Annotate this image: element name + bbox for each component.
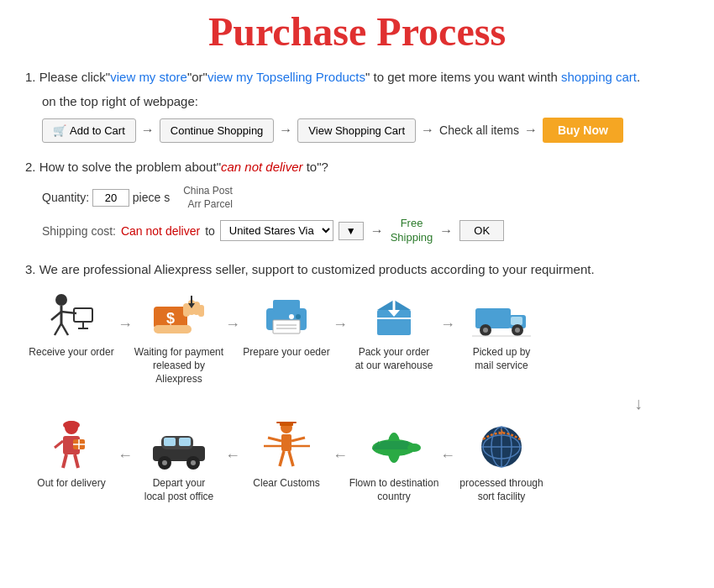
step3-text: 3. We are professional Aliexpress seller… (25, 260, 689, 280)
svg-rect-32 (511, 317, 522, 325)
svg-rect-20 (273, 320, 300, 333)
out-delivery-label: Out for delivery (37, 477, 105, 491)
step2-text: 2. How to solve the problem about"can no… (25, 158, 689, 177)
svg-point-39 (63, 421, 80, 429)
svg-line-61 (289, 451, 293, 466)
shipping-mid: to (205, 224, 215, 238)
svg-line-45 (75, 454, 78, 468)
svg-text:$: $ (166, 310, 175, 327)
quantity-row: Quantity: piece s (42, 189, 170, 207)
shipping-row: Shipping cost: Can not deliver to United… (42, 217, 689, 245)
car-icon (150, 422, 208, 472)
svg-text:✈: ✈ (498, 428, 505, 437)
step1-prefix: 1. Please click" (25, 70, 110, 84)
svg-point-0 (55, 294, 67, 306)
printer-icon (257, 291, 316, 341)
svg-rect-6 (74, 308, 92, 322)
sort-facility-label: processed throughsort facility (459, 477, 543, 503)
check-all-label: Check all items (439, 123, 519, 137)
arrow-r1-1: → (118, 291, 133, 333)
view-topselling-link[interactable]: view my Topselling Products (207, 70, 365, 84)
svg-line-4 (55, 323, 61, 335)
truck-icon (472, 291, 531, 341)
svg-point-68 (407, 444, 421, 452)
view-shopping-cart-button[interactable]: View Shopping Cart (297, 118, 416, 143)
globe-icon: ✈ (472, 422, 531, 472)
box-icon (365, 291, 423, 341)
payment-label: Waiting for paymentreleased by Aliexpres… (133, 346, 225, 386)
cart-icon: 🛒 (53, 124, 66, 137)
clear-customs-label: Clear Customs (253, 477, 319, 491)
down-arrow: ↓ (25, 394, 689, 413)
step1-section: 1. Please click"view my store"or"view my… (25, 68, 689, 143)
piece-label: piece s (133, 191, 170, 204)
pack-label: Pack your orderat our warehouse (355, 346, 433, 372)
process-step-pack: Pack your orderat our warehouse (348, 291, 440, 372)
shipping-arrow: → (370, 223, 384, 239)
qty-label: Quantity: (42, 191, 89, 204)
shipping-via-select[interactable]: United Stares Via (220, 220, 333, 241)
page-title: Purchase Process (25, 8, 689, 55)
receive-order-label: Receive your order (29, 346, 113, 360)
prepare-label: Prepare your oeder (243, 346, 329, 360)
svg-point-23 (296, 314, 301, 319)
free-ship-arrow: → (439, 223, 453, 239)
process-step-customs: Clear Customs (240, 422, 333, 491)
svg-point-54 (191, 460, 196, 465)
svg-rect-14 (198, 305, 204, 317)
view-store-link[interactable]: view my store (110, 70, 187, 84)
qty-input[interactable] (92, 189, 129, 207)
process-step-sort: ✈ processed throughsort facility (455, 422, 548, 503)
process-step-payment: $ Waiting for paymentreleased by Aliexpr… (133, 291, 225, 386)
svg-line-5 (61, 323, 68, 335)
depart-label: Depart yourlocal post office (144, 477, 214, 503)
shipping-error: Can not deliver (121, 224, 200, 238)
process-step-pickup: Picked up bymail service (455, 291, 548, 372)
step1-buttons-row: 🛒 Add to Cart → Continue Shopping → View… (42, 118, 689, 143)
process-row1: Receive your order → $ (25, 291, 689, 386)
process-step-receive: Receive your order (25, 291, 118, 360)
arrow-r1-2: → (225, 291, 240, 333)
china-post-label: China Post Arr Parcel (183, 184, 233, 213)
svg-point-24 (289, 314, 294, 319)
arrow-r2-2: ← (225, 422, 240, 465)
svg-rect-19 (273, 300, 300, 312)
arrow-r2-1: ← (118, 422, 133, 465)
process-step-prepare: Prepare your oeder (240, 291, 333, 360)
arrow2: → (279, 123, 292, 138)
svg-point-36 (515, 328, 520, 333)
svg-line-60 (280, 451, 284, 466)
fly-label: Flown to destinationcountry (349, 477, 439, 503)
arrow-r1-4: → (440, 291, 455, 333)
ok-button[interactable]: OK (459, 220, 504, 241)
pickup-label: Picked up bymail service (473, 346, 531, 372)
add-to-cart-button[interactable]: 🛒 Add to Cart (42, 118, 136, 143)
svg-line-44 (63, 454, 66, 468)
arrow4: → (524, 123, 538, 138)
svg-point-34 (483, 328, 488, 333)
svg-rect-56 (281, 434, 291, 451)
svg-rect-63 (276, 422, 297, 423)
arrow1: → (141, 123, 155, 138)
svg-rect-50 (179, 438, 191, 446)
process-step-delivery: Out for delivery (25, 422, 118, 491)
payment-icon: $ (150, 291, 208, 341)
dropdown-arrow-button[interactable]: ▼ (339, 222, 364, 240)
step2-section: 2. How to solve the problem about"can no… (25, 158, 689, 245)
step1-indent: on the top right of webpage: (42, 92, 689, 112)
process-step-fly: Flown to destinationcountry (348, 422, 440, 503)
shipping-label: Shipping cost: (42, 224, 116, 238)
step3-section: 3. We are professional Aliexpress seller… (25, 260, 689, 503)
cannot-deliver-highlight: can not deliver (221, 160, 303, 174)
shopping-cart-link[interactable]: shopping cart (561, 70, 637, 84)
arrow-r1-3: → (333, 291, 348, 333)
process-step-depart: Depart yourlocal post office (133, 422, 225, 503)
svg-line-2 (51, 312, 61, 320)
free-shipping-label: FreeShipping (391, 217, 433, 245)
arrow-r2-3: ← (333, 422, 348, 465)
svg-rect-49 (164, 438, 176, 446)
china-post-line2: Arr Parcel (183, 197, 233, 212)
continue-shopping-button[interactable]: Continue Shopping (160, 118, 275, 143)
delivery-person-icon (42, 422, 101, 472)
buy-now-button[interactable]: Buy Now (543, 118, 623, 143)
